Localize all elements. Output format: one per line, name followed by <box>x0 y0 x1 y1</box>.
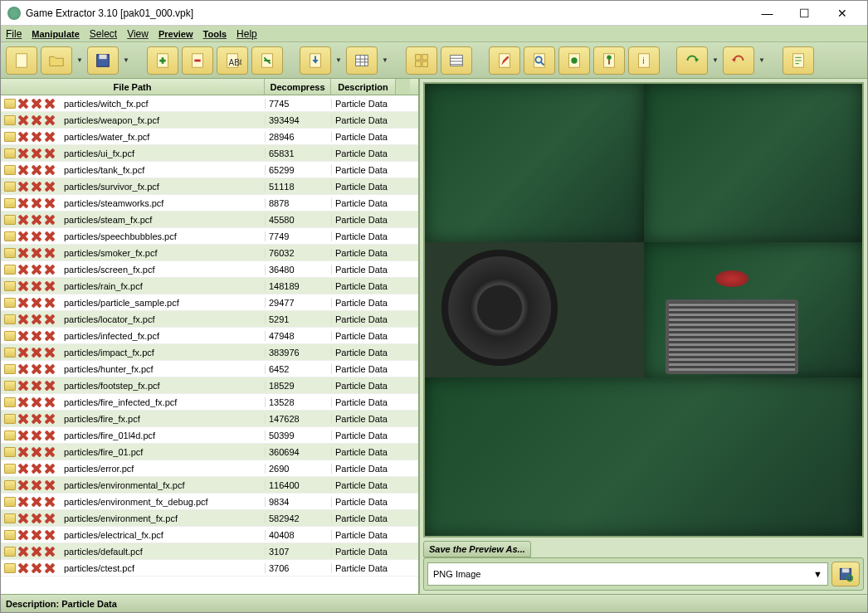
file-icon <box>4 248 16 258</box>
header-filepath[interactable]: File Path <box>1 79 265 95</box>
new-button[interactable] <box>6 46 37 75</box>
format-select[interactable]: PNG Image ▼ <box>427 562 828 586</box>
maximize-button[interactable]: ☐ <box>786 1 823 25</box>
table-row[interactable]: particles/steam_fx.pcf45580Particle Data <box>1 212 418 228</box>
file-icon <box>4 298 16 308</box>
undo-button[interactable] <box>723 46 754 75</box>
table-row[interactable]: particles/infected_fx.pcf47948Particle D… <box>1 328 418 344</box>
replace-button[interactable] <box>251 46 283 75</box>
table-row[interactable]: particles/ui_fx.pcf65831Particle Data <box>1 145 418 162</box>
search-button[interactable] <box>524 46 555 75</box>
x-icon <box>31 98 42 109</box>
settings-button[interactable] <box>558 46 590 75</box>
table-row[interactable]: particles/water_fx.pcf28946Particle Data <box>1 129 418 145</box>
x-icon <box>31 513 42 524</box>
x-icon <box>44 513 56 524</box>
table-button[interactable] <box>346 46 378 75</box>
menu-view[interactable]: View <box>127 28 149 40</box>
close-button[interactable]: ✕ <box>823 1 861 25</box>
script-button[interactable] <box>783 46 814 75</box>
cell-description: Particle Data <box>331 298 396 308</box>
table-row[interactable]: particles/rain_fx.pcf148189Particle Data <box>1 278 418 294</box>
save-button[interactable] <box>87 46 119 75</box>
table-row[interactable]: particles/particle_sample.pcf29477Partic… <box>1 294 418 311</box>
cell-filepath: particles/survivor_fx.pcf <box>62 182 265 192</box>
header-description[interactable]: Description <box>331 79 396 95</box>
thumbnails-button[interactable] <box>406 46 437 75</box>
table-row[interactable]: particles/fire_01.pcf360694Particle Data <box>1 444 418 460</box>
redo-button[interactable] <box>676 46 708 75</box>
x-icon <box>17 430 29 441</box>
table-row[interactable]: particles/environment_fx_debug.pcf9834Pa… <box>1 494 418 510</box>
table-row[interactable]: particles/witch_fx.pcf7745Particle Data <box>1 95 418 112</box>
table-row[interactable]: particles/footstep_fx.pcf18529Particle D… <box>1 377 418 394</box>
tree-button[interactable] <box>593 46 625 75</box>
menu-help[interactable]: Help <box>237 28 257 40</box>
remove-button[interactable] <box>182 46 213 75</box>
details-button[interactable] <box>441 46 472 75</box>
extract-dropdown[interactable]: ▼ <box>334 56 343 64</box>
open-dropdown[interactable]: ▼ <box>76 56 84 64</box>
x-icon <box>17 380 29 392</box>
minimize-button[interactable]: — <box>749 1 786 25</box>
x-icon <box>17 413 29 425</box>
table-row[interactable]: particles/fire_fx.pcf147628Particle Data <box>1 411 418 427</box>
table-row[interactable]: particles/default.pcf3107Particle Data <box>1 543 418 560</box>
dropdown-icon: ▼ <box>813 569 822 579</box>
undo-dropdown[interactable]: ▼ <box>758 56 766 64</box>
menu-preview[interactable]: Preview <box>158 28 193 40</box>
svg-point-21 <box>607 55 612 60</box>
info-button[interactable]: i <box>628 46 660 75</box>
svg-point-19 <box>571 57 577 63</box>
menu-tools[interactable]: Tools <box>203 28 227 40</box>
toolbar: ▼ ▼ ABC ▼ ▼ i ▼ ▼ <box>1 42 867 79</box>
cell-filepath: particles/infected_fx.pcf <box>62 331 265 341</box>
table-row[interactable]: particles/tank_fx.pcf65299Particle Data <box>1 162 418 178</box>
table-row[interactable]: particles/steamworks.pcf8878Particle Dat… <box>1 195 418 212</box>
table-row[interactable]: particles/environmental_fx.pcf116400Part… <box>1 477 418 494</box>
table-row[interactable]: particles/environment_fx.pcf582942Partic… <box>1 510 418 527</box>
redo-dropdown[interactable]: ▼ <box>711 56 719 64</box>
table-row[interactable]: particles/speechbubbles.pcf7749Particle … <box>1 228 418 245</box>
menu-file[interactable]: File <box>6 28 22 40</box>
save-dropdown[interactable]: ▼ <box>122 56 130 64</box>
table-body[interactable]: particles/witch_fx.pcf7745Particle Datap… <box>1 95 418 594</box>
table-row[interactable]: particles/electrical_fx.pcf40408Particle… <box>1 527 418 543</box>
table-row[interactable]: particles/survivor_fx.pcf51118Particle D… <box>1 178 418 195</box>
save-preview-button[interactable] <box>831 562 860 586</box>
header-decompress[interactable]: Decompress <box>265 79 331 95</box>
edit-button[interactable] <box>489 46 520 75</box>
table-row[interactable]: particles/ctest.pcf3706Particle Data <box>1 560 418 577</box>
extract-button[interactable] <box>300 46 331 75</box>
cell-decompress: 2690 <box>265 464 331 474</box>
table-row[interactable]: particles/smoker_fx.pcf76032Particle Dat… <box>1 245 418 261</box>
svg-text:ABC: ABC <box>228 57 241 66</box>
open-button[interactable] <box>41 46 72 75</box>
row-icons <box>1 181 62 192</box>
cell-description: Particle Data <box>331 331 396 341</box>
table-row[interactable]: particles/locator_fx.pcf5291Particle Dat… <box>1 311 418 328</box>
x-icon <box>44 347 56 358</box>
table-row[interactable]: particles/weapon_fx.pcf393494Particle Da… <box>1 112 418 129</box>
row-icons <box>1 496 62 508</box>
table-row[interactable]: particles/fire_infected_fx.pcf13528Parti… <box>1 394 418 411</box>
row-icons <box>1 197 62 209</box>
table-row[interactable]: particles/impact_fx.pcf383976Particle Da… <box>1 344 418 361</box>
menu-select[interactable]: Select <box>90 28 117 40</box>
x-icon <box>31 231 42 242</box>
file-icon <box>4 115 16 125</box>
cell-filepath: particles/witch_fx.pcf <box>62 99 265 109</box>
table-row[interactable]: particles/screen_fx.pcf36480Particle Dat… <box>1 261 418 278</box>
menu-manipulate[interactable]: Manipulate <box>32 28 79 40</box>
row-icons <box>1 463 62 474</box>
cell-description: Particle Data <box>331 281 396 291</box>
rename-button[interactable]: ABC <box>217 46 248 75</box>
table-dropdown[interactable]: ▼ <box>381 56 389 64</box>
table-row[interactable]: particles/fire_01l4d.pcf50399Particle Da… <box>1 427 418 444</box>
add-button[interactable] <box>147 46 178 75</box>
cell-description: Particle Data <box>331 115 396 125</box>
table-row[interactable]: particles/error.pcf2690Particle Data <box>1 460 418 477</box>
cell-decompress: 147628 <box>265 414 331 424</box>
table-row[interactable]: particles/hunter_fx.pcf6452Particle Data <box>1 361 418 377</box>
file-icon <box>4 165 16 175</box>
